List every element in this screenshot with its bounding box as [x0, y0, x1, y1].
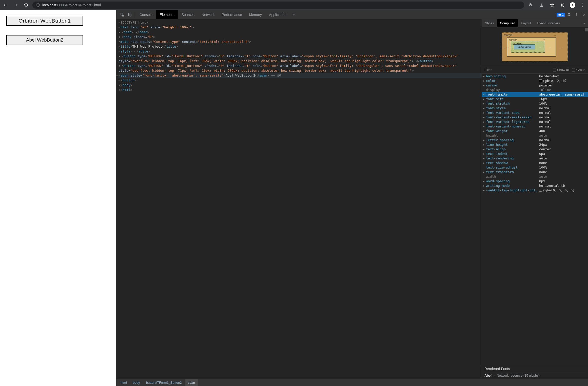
back-button[interactable]	[2, 2, 9, 9]
svg-point-13	[576, 15, 577, 16]
tab-application[interactable]: Application	[265, 10, 290, 19]
svg-rect-2	[563, 4, 564, 7]
computed-row[interactable]: widthauto	[482, 174, 588, 179]
rendered-fonts: Rendered Fonts Abel — Network resource (…	[482, 365, 588, 379]
computed-row[interactable]: ▸font-weight400	[482, 129, 588, 133]
computed-row[interactable]: ▸font-size16px	[482, 97, 588, 101]
profile-avatar[interactable]	[570, 2, 575, 8]
sidebar-tab-styles[interactable]: Styles	[482, 19, 497, 27]
styles-sidebar: Styles Computed Layout Event Listeners »…	[482, 19, 588, 379]
more-sidebar-tabs-icon[interactable]: »	[580, 19, 588, 27]
breadcrumb: html body button#TForm1_Button2 span	[116, 379, 588, 386]
url-text: localhost:8000/Project1/Project1.html	[42, 3, 101, 7]
sidebar-scrollbar[interactable]	[585, 28, 588, 31]
computed-row[interactable]: ▸letter-spacingnormal	[482, 138, 588, 142]
breadcrumb-body[interactable]: body	[130, 379, 143, 386]
svg-rect-8	[129, 13, 130, 16]
svg-rect-1	[561, 4, 563, 7]
computed-row[interactable]: ▸text-aligncenter	[482, 147, 588, 152]
inspect-icon[interactable]	[119, 11, 126, 19]
computed-row[interactable]: ▸text-indent0px	[482, 152, 588, 156]
issues-badge[interactable]: 1	[557, 13, 565, 17]
sidebar-tab-layout[interactable]: Layout	[518, 19, 534, 27]
browser-toolbar: ⓘ localhost:8000/Project1/Project1.html	[0, 0, 588, 10]
devtools: Console Elements Sources Network Perform…	[116, 10, 588, 386]
computed-row[interactable]: ▸text-renderingauto	[482, 156, 588, 161]
computed-row[interactable]: text-size-adjust100%	[482, 165, 588, 170]
computed-row[interactable]: ▸word-spacing0px	[482, 179, 588, 183]
browser-menu-icon[interactable]	[579, 2, 586, 9]
web-button-2[interactable]: Abel WebButton2	[6, 35, 83, 45]
sidebar-tab-computed[interactable]: Computed	[497, 19, 518, 27]
filter-input[interactable]	[484, 68, 550, 72]
sidebar-tab-events[interactable]: Event Listeners	[534, 19, 563, 27]
computed-row[interactable]: ▸cursorpointer	[482, 83, 588, 88]
address-bar[interactable]: ⓘ localhost:8000/Project1/Project1.html	[32, 2, 524, 9]
selected-node[interactable]: ⋯<span style="font-family: 'abelregular'…	[119, 73, 482, 78]
svg-point-4	[582, 4, 583, 4]
reading-icon[interactable]	[559, 2, 566, 9]
tab-network[interactable]: Network	[198, 10, 218, 19]
computed-row[interactable]: ▸text-transformnone	[482, 170, 588, 174]
show-all-toggle[interactable]: Show all	[553, 68, 570, 72]
computed-row[interactable]: ▸font-familyabelregular, sans-serif	[482, 92, 588, 97]
svg-point-11	[576, 13, 577, 14]
computed-row[interactable]: ▸box-sizingborder-box	[482, 74, 588, 79]
devtools-tabs: Console Elements Sources Network Perform…	[116, 10, 588, 19]
computed-row[interactable]: ▸colorrgb(0, 0, 0)	[482, 79, 588, 83]
computed-row[interactable]: ▸font-stretch100%	[482, 101, 588, 106]
computed-row[interactable]: displayinline	[482, 88, 588, 92]
computed-row[interactable]: ▸writing-modehorizontal-tb	[482, 183, 588, 188]
breadcrumb-html[interactable]: html	[117, 379, 130, 386]
computed-row[interactable]: ▸-webkit-tap-highlight-col…rgba(0, 0, 0,…	[482, 188, 588, 193]
tab-performance[interactable]: Performance	[218, 10, 245, 19]
web-button-1[interactable]: Orbitron WebButton1	[6, 16, 83, 26]
computed-row[interactable]: heightauto	[482, 133, 588, 138]
share-icon[interactable]	[538, 2, 545, 9]
reload-button[interactable]	[22, 2, 29, 9]
svg-point-5	[582, 5, 583, 6]
computed-row[interactable]: ▸font-variant-ligaturesnormal	[482, 120, 588, 124]
computed-list[interactable]: ▸box-sizingborder-box▸colorrgb(0, 0, 0)▸…	[482, 73, 588, 365]
computed-row[interactable]: ▸font-stylenormal	[482, 106, 588, 111]
svg-point-3	[572, 4, 573, 5]
tab-elements[interactable]: Elements	[156, 10, 178, 19]
breadcrumb-span[interactable]: span	[185, 379, 198, 386]
forward-button[interactable]	[12, 2, 19, 9]
page-viewport: Orbitron WebButton1 Abel WebButton2	[0, 10, 116, 386]
computed-row[interactable]: ▸line-height24px	[482, 142, 588, 147]
tab-sources[interactable]: Sources	[178, 10, 198, 19]
svg-rect-10	[559, 14, 561, 15]
elements-tree[interactable]: <!DOCTYPE html> <html lang="en" style="h…	[116, 19, 482, 379]
computed-row[interactable]: ▸font-variant-east-asiannormal	[482, 115, 588, 120]
svg-point-12	[576, 14, 577, 15]
tab-console[interactable]: Console	[136, 10, 156, 19]
computed-row[interactable]: ▸font-variant-capsnormal	[482, 111, 588, 115]
device-icon[interactable]	[126, 11, 134, 19]
more-tabs-icon[interactable]: »	[290, 11, 298, 19]
tab-memory[interactable]: Memory	[246, 10, 266, 19]
breadcrumb-button[interactable]: button#TForm1_Button2	[143, 379, 185, 386]
bookmark-icon[interactable]	[548, 2, 556, 9]
svg-point-6	[582, 6, 583, 7]
computed-row[interactable]: ▸text-shadownone	[482, 161, 588, 165]
settings-icon[interactable]	[565, 11, 573, 19]
site-info-icon[interactable]: ⓘ	[36, 3, 40, 8]
devtools-menu-icon[interactable]	[573, 11, 580, 19]
zoom-icon[interactable]	[527, 2, 534, 9]
computed-filter: Show all Group	[482, 66, 588, 73]
box-model[interactable]: margin – – – – border – – – – padding	[482, 27, 588, 66]
group-toggle[interactable]: Group	[572, 68, 585, 72]
close-devtools-icon[interactable]	[580, 11, 588, 19]
computed-row[interactable]: ▸font-variant-numericnormal	[482, 124, 588, 129]
